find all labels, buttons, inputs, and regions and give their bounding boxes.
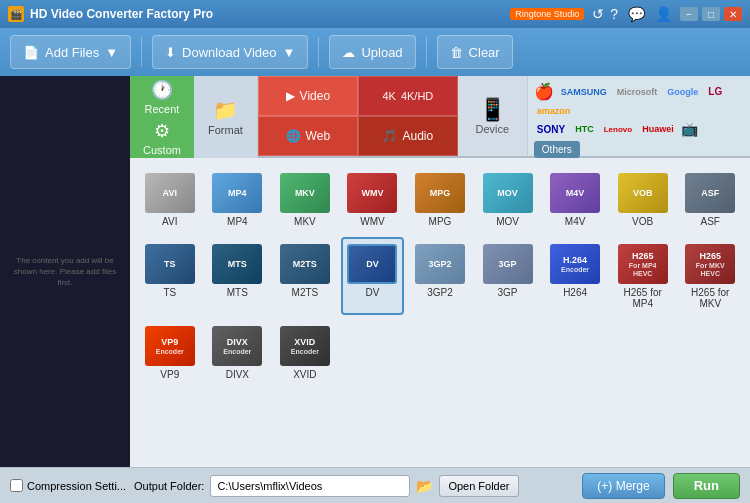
add-files-label: Add Files bbox=[45, 45, 99, 60]
upload-button[interactable]: ☁ Upload bbox=[329, 35, 415, 69]
bottom-bar: Compression Setti... Output Folder: 📂 Op… bbox=[0, 467, 750, 503]
compression-label: Compression Setti... bbox=[27, 480, 126, 492]
minimize-button[interactable]: − bbox=[680, 7, 698, 21]
clear-label: Clear bbox=[469, 45, 500, 60]
compression-checkbox[interactable] bbox=[10, 479, 23, 492]
format-item-mp4[interactable]: MP4 MP4 bbox=[206, 166, 270, 233]
preview-panel: The content you add will be shown here. … bbox=[0, 76, 130, 467]
format-grid: AVI AVI MP4 MP4 MKV MKV WMV WMV MPG MP bbox=[138, 166, 742, 386]
samsung-logo[interactable]: SAMSUNG bbox=[558, 86, 610, 98]
audio-label: Audio bbox=[402, 129, 433, 143]
device-label: Device bbox=[476, 123, 510, 135]
user-btn[interactable]: 👤 bbox=[655, 6, 672, 22]
divider-1 bbox=[141, 37, 142, 67]
left-tabs: 🕐 Recent ⚙ Custom bbox=[130, 76, 194, 156]
tab-custom[interactable]: ⚙ Custom bbox=[130, 117, 194, 158]
htc-logo[interactable]: HTC bbox=[572, 123, 597, 135]
tab-audio[interactable]: 🎵 Audio bbox=[358, 116, 458, 156]
lenovo-logo[interactable]: Lenovo bbox=[601, 124, 635, 135]
web-icon: 🌐 bbox=[286, 129, 301, 143]
merge-button[interactable]: (+) Merge bbox=[582, 473, 664, 499]
format-item-xvid[interactable]: XVIDEncoder XVID bbox=[273, 319, 337, 386]
main-content: The content you add will be shown here. … bbox=[0, 76, 750, 467]
format-item-ts[interactable]: TS TS bbox=[138, 237, 202, 315]
output-path-input[interactable] bbox=[210, 475, 410, 497]
tab-device[interactable]: 📱 Device bbox=[458, 76, 528, 156]
open-folder-button[interactable]: Open Folder bbox=[439, 475, 518, 497]
format-item-m2ts[interactable]: M2TS M2TS bbox=[273, 237, 337, 315]
tv-icon[interactable]: 📺 bbox=[681, 121, 698, 137]
divider-3 bbox=[426, 37, 427, 67]
format-item-h265mkv[interactable]: H265For MKVHEVC H265 for MKV bbox=[678, 237, 742, 315]
clear-button[interactable]: 🗑 Clear bbox=[437, 35, 513, 69]
format-icon-tab: 📁 bbox=[213, 98, 238, 122]
add-files-button[interactable]: 📄 Add Files ▼ bbox=[10, 35, 131, 69]
format-item-vob[interactable]: VOB VOB bbox=[611, 166, 675, 233]
close-button[interactable]: ✕ bbox=[724, 7, 742, 21]
window-controls: − □ ✕ bbox=[680, 7, 742, 21]
sony-logo[interactable]: SONY bbox=[534, 123, 568, 136]
amazon-logo[interactable]: amazon bbox=[534, 105, 574, 117]
lg-logo[interactable]: LG bbox=[705, 85, 725, 98]
huawei-logo[interactable]: Huawei bbox=[639, 123, 677, 135]
format-item-mkv[interactable]: MKV MKV bbox=[273, 166, 337, 233]
microsoft-logo[interactable]: Microsoft bbox=[614, 86, 661, 98]
format-item-vp9[interactable]: VP9Encoder VP9 bbox=[138, 319, 202, 386]
google-logo[interactable]: Google bbox=[664, 86, 701, 98]
tab-video[interactable]: ▶ Video bbox=[258, 76, 358, 116]
format-item-h265mp4[interactable]: H265For MP4HEVC H265 for MP4 bbox=[611, 237, 675, 315]
video-tabs: ▶ Video 4K 4K/HD 🌐 Web 🎵 Audio bbox=[258, 76, 458, 156]
upload-icon: ☁ bbox=[342, 45, 355, 60]
fourk-icon: 4K bbox=[382, 90, 395, 102]
tab-fourk[interactable]: 4K 4K/HD bbox=[358, 76, 458, 116]
others-button[interactable]: Others bbox=[534, 141, 580, 158]
fourk-label: 4K/HD bbox=[401, 90, 433, 102]
compression-settings[interactable]: Compression Setti... bbox=[10, 479, 126, 492]
download-video-button[interactable]: ⬇ Download Video ▼ bbox=[152, 35, 308, 69]
format-item-3gp2[interactable]: 3GP2 3GP2 bbox=[408, 237, 472, 315]
folder-browse-icon[interactable]: 📂 bbox=[416, 478, 433, 494]
format-item-asf[interactable]: ASF ASF bbox=[678, 166, 742, 233]
recent-icon: 🕐 bbox=[151, 79, 173, 101]
web-label: Web bbox=[306, 129, 330, 143]
format-item-wmv[interactable]: WMV WMV bbox=[341, 166, 405, 233]
divider-2 bbox=[318, 37, 319, 67]
custom-icon: ⚙ bbox=[154, 120, 170, 142]
clear-icon: 🗑 bbox=[450, 45, 463, 60]
tab-recent[interactable]: 🕐 Recent bbox=[130, 76, 194, 117]
help-btn[interactable]: ? bbox=[610, 6, 618, 22]
output-label: Output Folder: bbox=[134, 480, 204, 492]
format-item-avi[interactable]: AVI AVI bbox=[138, 166, 202, 233]
download-arrow: ▼ bbox=[283, 45, 296, 60]
format-item-h264[interactable]: H.264Encoder H264 bbox=[543, 237, 607, 315]
format-item-mts[interactable]: MTS MTS bbox=[206, 237, 270, 315]
run-button[interactable]: Run bbox=[673, 473, 740, 499]
format-tabs-row: 🕐 Recent ⚙ Custom 📁 Format ▶ Video bbox=[130, 76, 750, 158]
format-item-mpg[interactable]: MPG MPG bbox=[408, 166, 472, 233]
device-icon: 📱 bbox=[479, 97, 506, 123]
refresh-btn[interactable]: ↺ bbox=[592, 6, 604, 22]
maximize-button[interactable]: □ bbox=[702, 7, 720, 21]
chat-btn[interactable]: 💬 bbox=[628, 6, 645, 22]
format-item-dv[interactable]: DV DV bbox=[341, 237, 405, 315]
format-item-divx[interactable]: DIVXEncoder DIVX bbox=[206, 319, 270, 386]
tab-web[interactable]: 🌐 Web bbox=[258, 116, 358, 156]
format-item-mov[interactable]: MOV MOV bbox=[476, 166, 540, 233]
format-item-m4v[interactable]: M4V M4V bbox=[543, 166, 607, 233]
add-files-arrow: ▼ bbox=[105, 45, 118, 60]
upload-label: Upload bbox=[361, 45, 402, 60]
recent-label: Recent bbox=[145, 103, 180, 115]
format-label-tab: Format bbox=[208, 124, 243, 136]
video-label: Video bbox=[300, 89, 330, 103]
ringtone-badge[interactable]: Ringtone Studio bbox=[510, 8, 584, 20]
apple-logo[interactable]: 🍎 bbox=[534, 82, 554, 101]
preview-text: The content you add will be shown here. … bbox=[0, 247, 130, 297]
output-folder-area: Output Folder: 📂 Open Folder bbox=[134, 475, 574, 497]
download-label: Download Video bbox=[182, 45, 276, 60]
format-item-3gp[interactable]: 3GP 3GP bbox=[476, 237, 540, 315]
tab-format[interactable]: 📁 Format bbox=[194, 76, 258, 158]
brand-area: 🍎 SAMSUNG Microsoft Google LG amazon SON… bbox=[528, 76, 750, 156]
add-files-icon: 📄 bbox=[23, 45, 39, 60]
audio-icon: 🎵 bbox=[382, 129, 397, 143]
app-icon: 🎬 bbox=[8, 6, 24, 22]
